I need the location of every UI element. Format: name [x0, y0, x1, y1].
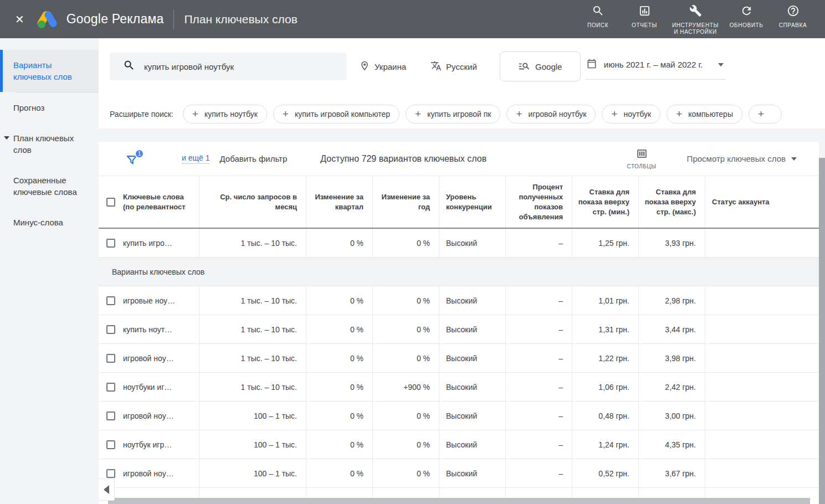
sidebar-item-keyword-plan[interactable]: План ключевых слов: [0, 123, 99, 165]
search-query-value: купить игровой ноутбук: [144, 62, 234, 71]
cell-top-bid-low: 1,24 грн.: [572, 430, 639, 459]
cell-keyword: купить ноут…: [123, 315, 199, 343]
cell-impression-share: –: [506, 373, 572, 401]
table-row[interactable]: игровой ноу… 100 – 1 тыс. 0 % 0 % Высоки…: [99, 459, 819, 488]
cell-avg-searches: 100 – 1 тыс.: [199, 402, 306, 430]
column-header-yoy-change[interactable]: Изменение за год: [373, 176, 439, 228]
search-panel: купить игровой ноутбук Украина Русский G…: [99, 38, 825, 128]
chip-label: купить игровой пк: [427, 110, 491, 119]
plus-icon: +: [415, 108, 421, 120]
column-header-top-bid-low[interactable]: Ставка для показа вверху стр. (мин.): [572, 176, 639, 228]
chip-label: ноутбук: [624, 110, 652, 119]
chevron-down-icon: [791, 157, 797, 161]
add-filter-button[interactable]: Добавить фильтр: [219, 154, 287, 163]
table-row[interactable]: купить игро… 1 тыс. – 10 тыс. 0 % 0 % Вы…: [99, 229, 819, 258]
search-button[interactable]: ПОИСК: [575, 3, 621, 29]
more-filters-link[interactable]: и ещё 1: [182, 153, 209, 164]
cell-top-bid-low: 1,25 грн.: [572, 229, 639, 257]
column-header-competition[interactable]: Уровень конкуренции: [439, 176, 506, 228]
keyword-chip[interactable]: +компьютеры: [667, 105, 742, 124]
close-icon[interactable]: ✕: [15, 14, 24, 25]
row-checkbox[interactable]: [106, 296, 115, 305]
cell-impression-share: –: [506, 402, 572, 430]
tools-button[interactable]: ИНСТРУМЕНТЫ И НАСТРОЙКИ: [668, 3, 723, 35]
cell-top-bid-low: 0,52 грн.: [572, 459, 639, 487]
columns-icon: [636, 148, 648, 162]
sidebar-item-saved-keywords[interactable]: Сохраненные ключевые слова: [0, 165, 99, 207]
product-name: Google Реклама: [66, 12, 164, 27]
cell-account-status: [705, 315, 819, 343]
row-checkbox[interactable]: [106, 412, 115, 420]
keyword-chip[interactable]: +игровой ноутбук: [506, 105, 596, 124]
cell-avg-searches: 100 – 1 тыс.: [199, 430, 306, 459]
cell-yoy-change: 0 %: [373, 286, 439, 315]
cell-top-bid-low: 1,01 грн.: [572, 286, 639, 315]
reports-button[interactable]: ОТЧЕТЫ: [621, 3, 668, 29]
keyword-search-input[interactable]: купить игровой ноутбук: [110, 53, 346, 80]
cell-keyword: ноутбуки иг…: [123, 373, 199, 401]
results-summary: Доступно 729 вариантов ключевых слов: [320, 154, 486, 164]
sidebar-item-forecast[interactable]: Прогноз: [0, 92, 99, 123]
refresh-button[interactable]: ОБНОВИТЬ: [723, 3, 770, 29]
google-ads-logo: [37, 10, 59, 29]
cell-avg-searches: 1 тыс. – 10 тыс.: [199, 344, 306, 372]
cell-competition: Высокий: [439, 229, 506, 257]
filter-button[interactable]: 1: [125, 151, 140, 167]
cell-top-bid-high: 3,98 грн.: [639, 344, 705, 372]
help-button-label: СПРАВКА: [779, 22, 807, 29]
sidebar-item-label: Варианты ключевых слов: [13, 60, 72, 81]
select-all-checkbox[interactable]: [106, 198, 115, 207]
language-selector[interactable]: Русский: [431, 60, 477, 73]
row-checkbox[interactable]: [106, 239, 115, 248]
keyword-chip-partial[interactable]: +: [749, 105, 782, 124]
column-header-qoq-change[interactable]: Изменение за квартал: [306, 176, 373, 228]
row-checkbox[interactable]: [106, 440, 115, 449]
table-row[interactable]: игровой ноу… 1 тыс. – 10 тыс. 0 % 0 % Вы…: [99, 344, 819, 373]
cell-avg-searches: 1 тыс. – 10 тыс.: [199, 229, 306, 257]
column-header-account-status[interactable]: Статус аккаунта: [705, 176, 819, 228]
view-selector[interactable]: Просмотр ключевых слов: [687, 154, 797, 163]
columns-button[interactable]: СТОЛБЦЫ: [627, 148, 657, 169]
column-header-avg-searches[interactable]: Ср. число запросов в месяц: [199, 176, 306, 228]
row-checkbox[interactable]: [106, 354, 115, 363]
keyword-chip[interactable]: +купить игровой пк: [406, 105, 500, 124]
cell-keyword: игровой ноу…: [123, 402, 199, 430]
sidebar-item-label: Минус-слова: [13, 218, 63, 227]
table-row[interactable]: купить ноут… 1 тыс. – 10 тыс. 0 % 0 % Вы…: [99, 315, 819, 344]
column-header-top-bid-high[interactable]: Ставка для показа вверху стр. (макс.): [639, 176, 705, 228]
vertical-scrollbar-thumb[interactable]: [819, 158, 825, 504]
help-button[interactable]: СПРАВКА: [770, 3, 816, 29]
row-checkbox[interactable]: [106, 469, 115, 478]
table-row[interactable]: ноутбуки иг… 1 тыс. – 10 тыс. 0 % +900 %…: [99, 373, 819, 402]
cell-top-bid-high: 3,93 грн.: [639, 229, 705, 257]
cell-yoy-change: 0 %: [373, 459, 439, 487]
table-row[interactable]: игровой ноу… 100 – 1 тыс. 0 % 0 % Высоки…: [99, 402, 819, 430]
date-range-selector[interactable]: июнь 2021 г. – май 2022 г.: [585, 54, 726, 80]
cell-competition: Высокий: [439, 373, 506, 401]
table-row[interactable]: ноутбук игр… 100 – 1 тыс. 0 % 0 % Высоки…: [99, 430, 819, 459]
plus-icon: +: [611, 108, 617, 120]
main-content: купить игровой ноутбук Украина Русский G…: [99, 38, 825, 504]
sidebar-item-keyword-ideas[interactable]: Варианты ключевых слов: [0, 50, 99, 92]
keyword-chip[interactable]: +купить игровой компьютер: [273, 105, 399, 124]
row-checkbox[interactable]: [106, 383, 115, 392]
row-checkbox[interactable]: [106, 325, 115, 334]
table-body: купить игро… 1 тыс. – 10 тыс. 0 % 0 % Вы…: [99, 229, 825, 488]
keyword-chip[interactable]: +купить ноутбук: [183, 105, 267, 124]
scroll-left-button[interactable]: [99, 479, 115, 501]
column-header-keywords[interactable]: Ключевые слова (по релевантност: [123, 176, 199, 228]
column-header-impression-share[interactable]: Процент полученных показов объявления: [506, 176, 572, 228]
horizontal-scrollbar-thumb[interactable]: [108, 498, 810, 504]
network-selector[interactable]: Google: [500, 52, 581, 81]
help-icon: [787, 4, 800, 19]
chip-label: купить ноутбук: [204, 110, 258, 119]
cell-yoy-change: 0 %: [373, 402, 439, 430]
keyword-chip[interactable]: +ноутбук: [602, 105, 660, 124]
table-toolbar: 1 и ещё 1 Добавить фильтр Доступно 729 в…: [99, 142, 819, 176]
section-label: Варианты ключевых слов: [112, 268, 204, 276]
cell-top-bid-low: 1,22 грн.: [572, 344, 639, 372]
sidebar-item-negative-keywords[interactable]: Минус-слова: [0, 207, 99, 238]
location-selector[interactable]: Украина: [359, 60, 406, 73]
table-row[interactable]: игровые ноу… 1 тыс. – 10 тыс. 0 % 0 % Вы…: [99, 286, 819, 315]
chip-label: купить игровой компьютер: [295, 110, 390, 119]
